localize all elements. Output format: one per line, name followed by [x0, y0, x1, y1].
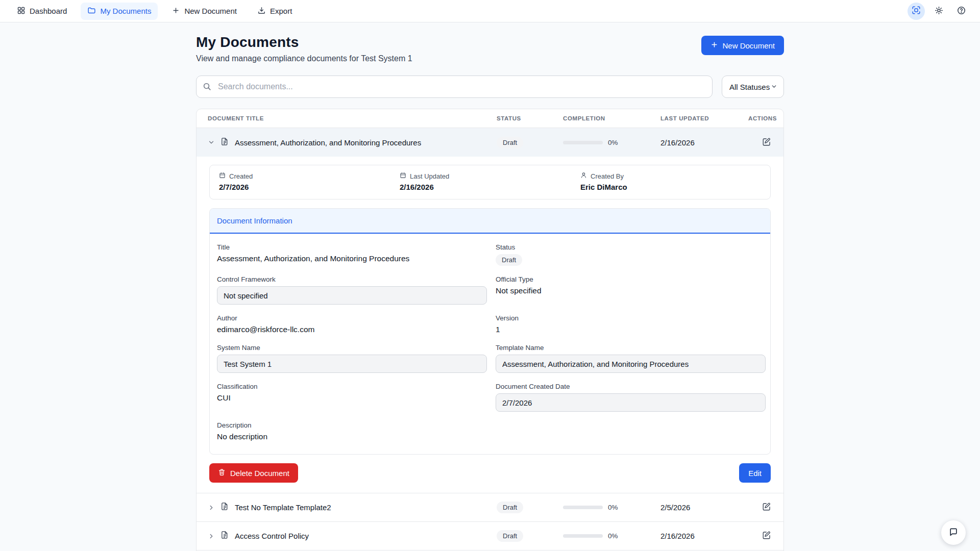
- column-actions: ACTIONS: [748, 115, 784, 121]
- nav-item-my-documents[interactable]: My Documents: [81, 3, 158, 20]
- chat-bubble-icon: [948, 527, 959, 539]
- table-row[interactable]: Access Control Policy Draft 0% 2/16/2026: [197, 521, 783, 550]
- completion-progress: 0%: [563, 532, 660, 540]
- calendar-icon: [400, 172, 406, 180]
- field-status: Status Draft: [496, 243, 766, 266]
- document-meta: Created 2/7/2026 Last Updated 2/16/2026: [209, 165, 771, 199]
- chevron-down-icon: [771, 83, 777, 91]
- help-button[interactable]: [952, 3, 970, 20]
- nav-item-label: Export: [270, 7, 292, 15]
- trash-icon: [218, 468, 226, 478]
- control-framework-input[interactable]: [217, 286, 487, 305]
- nav-item-label: Dashboard: [30, 7, 67, 15]
- delete-document-button[interactable]: Delete Document: [209, 463, 298, 483]
- field-official-type: Official Type Not specified: [496, 276, 766, 305]
- plus-icon: [172, 6, 180, 16]
- document-title: Assessment, Authorization, and Monitorin…: [235, 138, 421, 147]
- field-template-name: Template Name: [496, 344, 766, 373]
- last-updated-date: 2/16/2026: [660, 138, 748, 147]
- edit-pencil-icon: [762, 502, 771, 513]
- calendar-icon: [219, 172, 226, 180]
- documents-table: DOCUMENT TITLE STATUS COMPLETION LAST UP…: [196, 109, 784, 551]
- status-badge: Draft: [497, 137, 523, 148]
- nav-item-dashboard[interactable]: Dashboard: [10, 3, 74, 20]
- field-author: Author edimarco@riskforce-llc.com: [217, 314, 487, 334]
- dashboard-grid-icon: [17, 6, 26, 16]
- template-name-input[interactable]: [496, 355, 766, 373]
- nav-item-export[interactable]: Export: [251, 3, 299, 20]
- field-document-created-date: Document Created Date: [496, 383, 766, 412]
- last-updated-date: 2/5/2026: [660, 503, 748, 512]
- chevron-down-icon[interactable]: [208, 139, 215, 146]
- completion-progress: 0%: [563, 504, 660, 511]
- chevron-right-icon[interactable]: [208, 504, 215, 511]
- plus-icon: [710, 41, 718, 50]
- table-row[interactable]: Assessment, Authorization, and Monitorin…: [197, 128, 783, 157]
- folder-icon: [87, 6, 96, 16]
- column-status: STATUS: [497, 115, 563, 121]
- nav-item-label: New Document: [184, 7, 237, 15]
- page-title: My Documents: [196, 34, 412, 51]
- document-detail-panel: Created 2/7/2026 Last Updated 2/16/2026: [197, 157, 783, 493]
- help-icon: [957, 6, 966, 17]
- edit-document-button[interactable]: Edit: [739, 463, 771, 483]
- column-last-updated: LAST UPDATED: [660, 115, 748, 121]
- chevron-right-icon[interactable]: [208, 533, 215, 540]
- scan-icon: [912, 6, 921, 16]
- settings-button[interactable]: [930, 3, 947, 20]
- field-classification: Classification CUI: [217, 383, 487, 412]
- meta-last-updated: Last Updated 2/16/2026: [400, 172, 580, 191]
- search-input[interactable]: [196, 76, 713, 98]
- page-subtitle: View and manage compliance documents for…: [196, 54, 412, 63]
- top-nav-actions: [908, 3, 970, 20]
- chat-launcher-button[interactable]: [941, 520, 966, 545]
- meta-created: Created 2/7/2026: [219, 172, 400, 191]
- nav-item-label: My Documents: [100, 7, 151, 15]
- field-system-name: System Name: [217, 344, 487, 373]
- document-icon: [220, 531, 229, 541]
- status-badge: Draft: [497, 530, 523, 542]
- row-edit-button[interactable]: [760, 529, 773, 543]
- status-filter-select[interactable]: All Statuses: [722, 76, 784, 98]
- status-badge: Draft: [496, 254, 522, 266]
- detail-actions: Delete Document Edit: [209, 463, 771, 488]
- edit-pencil-icon: [762, 137, 771, 148]
- field-title: Title Assessment, Authorization, and Mon…: [217, 243, 487, 266]
- column-completion: COMPLETION: [563, 115, 660, 121]
- top-nav: Dashboard My Documents New Document Expo…: [0, 0, 980, 22]
- row-edit-button[interactable]: [760, 135, 773, 150]
- completion-progress: 0%: [563, 139, 660, 146]
- page-body: My Documents View and manage compliance …: [0, 22, 980, 551]
- person-icon: [580, 172, 587, 180]
- system-name-input[interactable]: [217, 355, 487, 373]
- scan-fullscreen-button[interactable]: [908, 3, 925, 20]
- table-row[interactable]: Test No Template Template2 Draft 0% 2/5/…: [197, 493, 783, 521]
- page-header: My Documents View and manage compliance …: [196, 34, 784, 63]
- document-title: Test No Template Template2: [235, 503, 331, 512]
- download-icon: [257, 6, 266, 16]
- table-header: DOCUMENT TITLE STATUS COMPLETION LAST UP…: [197, 109, 783, 128]
- field-description: Description No description: [217, 421, 487, 441]
- column-document-title: DOCUMENT TITLE: [197, 115, 497, 121]
- gear-icon: [934, 6, 944, 17]
- top-nav-links: Dashboard My Documents New Document Expo…: [10, 3, 299, 20]
- meta-created-by: Created By Eric DiMarco: [580, 172, 761, 191]
- field-control-framework: Control Framework: [217, 276, 487, 305]
- document-created-date-input[interactable]: [496, 393, 766, 412]
- toolbar: All Statuses: [196, 76, 784, 98]
- row-edit-button[interactable]: [760, 500, 773, 515]
- document-information-section: Document Information Title Assessment, A…: [209, 208, 771, 455]
- document-icon: [220, 502, 229, 513]
- new-document-button[interactable]: New Document: [701, 36, 784, 55]
- field-version: Version 1: [496, 314, 766, 334]
- status-badge: Draft: [497, 502, 523, 513]
- tab-document-information[interactable]: Document Information: [210, 209, 770, 234]
- document-icon: [220, 137, 229, 148]
- last-updated-date: 2/16/2026: [660, 532, 748, 540]
- edit-pencil-icon: [762, 531, 771, 541]
- document-title: Access Control Policy: [235, 532, 309, 540]
- nav-item-new-document[interactable]: New Document: [165, 3, 243, 20]
